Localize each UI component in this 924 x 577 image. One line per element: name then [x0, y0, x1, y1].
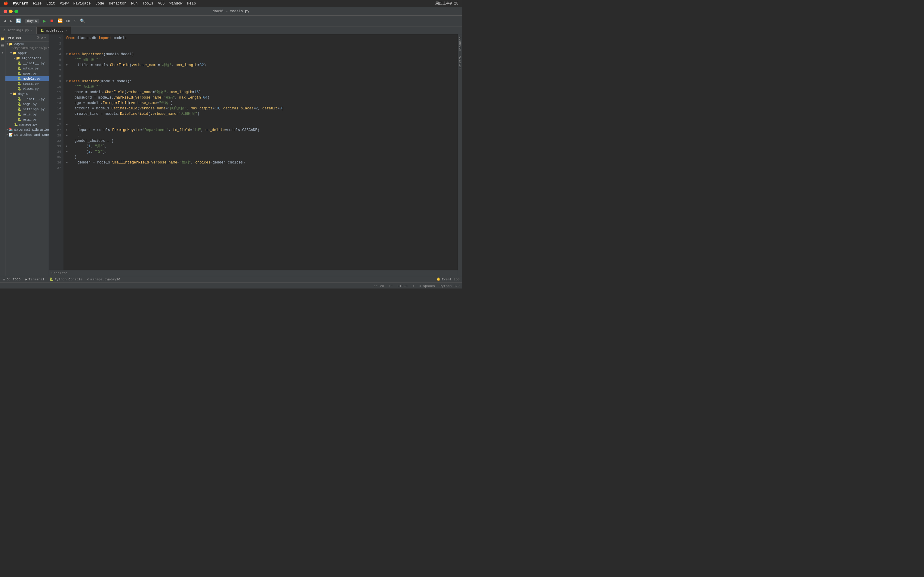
tab-models[interactable]: 🐍 models.py ✕ [37, 27, 71, 34]
code-line-1: from django.db import models [66, 35, 456, 41]
tree-label-asgi: asgi.py [23, 103, 37, 106]
menu-refactor[interactable]: Refactor [109, 2, 126, 6]
project-icon[interactable]: 📁 [0, 35, 5, 42]
tab-settings[interactable]: ⚙ settings.py ✕ [0, 27, 37, 34]
fold-33[interactable]: ▶ [66, 143, 68, 149]
app-name[interactable]: PyCharm [13, 2, 28, 6]
editor-area: 1 2 3 4 5 6 7 8 9 10 11 12 13 14 15 16 1… [49, 34, 458, 276]
tab-models-label: models.py [46, 29, 63, 32]
fold-4[interactable]: ▼ [66, 52, 68, 57]
minimize-button[interactable] [9, 10, 13, 13]
tree-item-day16-root[interactable]: ▼ 📁 day16 [5, 42, 49, 47]
code-line-28: ▶ ... [66, 133, 456, 138]
close-button[interactable] [3, 10, 7, 13]
tree-item-apps[interactable]: 🐍 apps.py [5, 71, 49, 76]
refresh-button[interactable]: 🔄 [15, 18, 22, 24]
forward-button[interactable]: ▶ [8, 18, 13, 24]
tree-label-tests: tests.py [23, 82, 39, 85]
menu-edit[interactable]: Edit [46, 2, 55, 6]
python-console-icon: 🐍 [49, 277, 53, 281]
tree-label-admin: admin.py [23, 67, 39, 70]
tree-item-admin[interactable]: 🐍 admin.py [5, 66, 49, 71]
line-numbers: 1 2 3 4 5 6 7 8 9 10 11 12 13 14 15 16 1… [49, 34, 63, 270]
tab-models-close[interactable]: ✕ [65, 29, 67, 32]
tree-item-manage[interactable]: 🐍 manage.py [5, 122, 49, 127]
tree-item-urls[interactable]: 🐍 urls.py [5, 112, 49, 117]
sciview-tab[interactable]: SciView [458, 53, 462, 71]
tree-item-asgi[interactable]: 🐍 asgi.py [5, 102, 49, 107]
py-init-day16-icon: 🐍 [18, 97, 22, 101]
rerun-button[interactable]: 🔁 [56, 18, 64, 24]
tree-item-external-libs[interactable]: ▶ 📚 External Libraries [5, 127, 49, 132]
code-line-5: """ 部门表 """ [66, 57, 456, 63]
collapse-icon[interactable]: − [44, 35, 46, 40]
event-log-icon: 🔔 [436, 277, 441, 281]
breadcrumb-day16[interactable]: day16 [25, 19, 39, 23]
event-log-button[interactable]: 🔔 Event Log [436, 277, 460, 281]
favorites-icon[interactable]: ★ [2, 49, 3, 56]
menu-help[interactable]: Help [187, 2, 196, 6]
fold-27[interactable]: ▶ [66, 127, 68, 133]
tree-item-app01[interactable]: ▼ 📁 app01 [5, 50, 49, 56]
step-over-button[interactable]: ⏭ [65, 18, 71, 24]
code-line-27: ▶ depart = models.ForeignKey(to="Departm… [66, 127, 456, 133]
menu-view[interactable]: View [60, 2, 69, 6]
mac-menu-bar: 🍎 PyCharm File Edit View Navigate Code R… [0, 0, 462, 7]
tree-item-tests[interactable]: 🐍 tests.py [5, 81, 49, 86]
arrow-external-libs: ▶ [6, 128, 8, 131]
menu-file[interactable]: File [33, 2, 42, 6]
py-admin-icon: 🐍 [18, 66, 22, 70]
menu-window[interactable]: Window [170, 2, 182, 6]
menu-navigate[interactable]: Navigate [73, 2, 91, 6]
settings-icon[interactable]: ⚙ [41, 35, 43, 40]
tree-item-models[interactable]: 🐍 models.py [5, 76, 49, 81]
tree-item-settings[interactable]: 🐍 settings.py [5, 107, 49, 112]
menu-code[interactable]: Code [95, 2, 104, 6]
todo-button[interactable]: ☰ 6: TODO [2, 277, 21, 281]
search-button[interactable]: 🔍 [79, 18, 86, 24]
structure-icon[interactable]: ☰ [1, 42, 4, 49]
code-line-2 [66, 41, 456, 46]
terminal-button[interactable]: ▶ Terminal [25, 277, 44, 281]
tree-label-wsgi: wsgi.py [23, 118, 37, 121]
project-path: ~/PycharmProjects/gx/day16 [5, 47, 49, 50]
clock: 周四上午9:28 [435, 1, 459, 6]
tabs-area: ⚙ settings.py ✕ 🐍 models.py ✕ [0, 26, 462, 34]
maximize-button[interactable] [15, 10, 18, 13]
fold-36[interactable]: ▶ [66, 160, 68, 165]
code-container[interactable]: 1 2 3 4 5 6 7 8 9 10 11 12 13 14 15 16 1… [49, 34, 458, 270]
python-console-button[interactable]: 🐍 Python Console [49, 277, 82, 281]
tree-label-scratches: Scratches and Consoles [14, 133, 49, 137]
code-editor[interactable]: from django.db import models ▼class Depa… [63, 34, 458, 270]
apple-menu[interactable]: 🍎 [3, 1, 8, 6]
sync-icon[interactable]: ⟳ [37, 35, 40, 40]
cursor-position: 11:20 [374, 284, 384, 288]
menu-vcs[interactable]: VCS [158, 2, 165, 6]
menu-tools[interactable]: Tools [142, 2, 153, 6]
tree-item-wsgi[interactable]: 🐍 wsgi.py [5, 117, 49, 122]
manage-py-button[interactable]: ⚙ manage.py@day16 [87, 277, 120, 281]
fold-9[interactable]: ▼ [66, 79, 68, 84]
fold-6[interactable]: ▼ [66, 63, 68, 68]
menu-run[interactable]: Run [131, 2, 138, 6]
fold-34[interactable]: ▶ [66, 149, 68, 155]
back-button[interactable]: ◀ [2, 18, 7, 24]
title-bar: day16 – models.py [0, 7, 462, 16]
build-button[interactable]: ⚡ [73, 18, 78, 24]
tree-item-scratches[interactable]: ▶ 📝 Scratches and Consoles [5, 132, 49, 137]
tree-item-migrations[interactable]: ▶ 📁 migrations [5, 56, 49, 61]
run-button[interactable]: ▶ [42, 18, 47, 25]
tab-settings-close[interactable]: ✕ [31, 29, 33, 32]
sidebar-actions: ⟳ ⚙ − [37, 35, 46, 40]
tree-item-init-day16[interactable]: 🐍 __init__.py [5, 97, 49, 102]
folder-day16-inner-icon: 📁 [12, 92, 16, 96]
database-tab[interactable]: Database [458, 34, 462, 53]
fold-17[interactable]: ▶ [66, 122, 68, 127]
stop-button[interactable]: ⏹ [48, 18, 55, 24]
tree-item-views[interactable]: 🐍 views.py [5, 86, 49, 91]
fold-28[interactable]: ▶ [66, 133, 68, 138]
tree-item-init-app01[interactable]: 🐍 __init__.py [5, 61, 49, 66]
code-line-3 [66, 46, 456, 52]
python-version: Python 3.9 [440, 284, 460, 288]
tree-item-day16-inner[interactable]: ▼ 📁 day16 [5, 91, 49, 97]
